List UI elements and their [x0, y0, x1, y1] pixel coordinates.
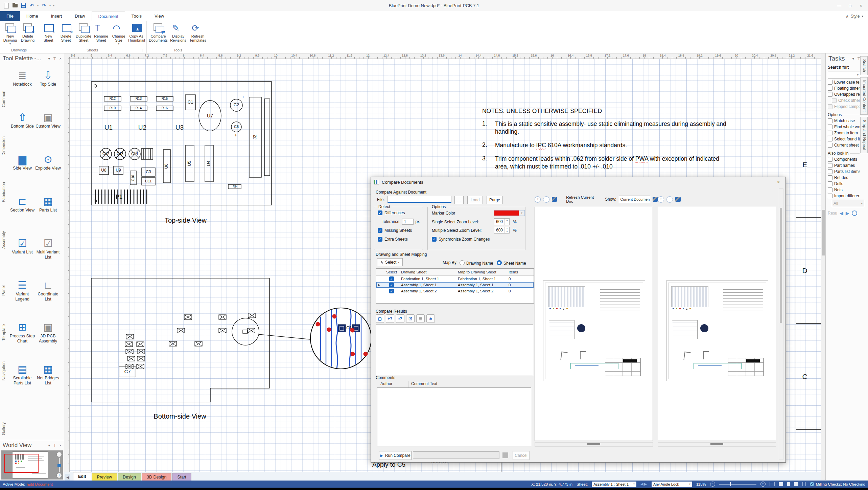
tool-coordinate-list[interactable]: ∟Coordinate List: [35, 276, 61, 318]
world-view-zoom-slider[interactable]: − +: [56, 452, 62, 478]
palette-tab-assembly[interactable]: Assembly: [1, 230, 9, 250]
palette-tab-common[interactable]: Common: [1, 90, 9, 108]
marker-color-dropdown-icon[interactable]: ▾: [519, 210, 525, 216]
results-next-difference-icon[interactable]: +?: [386, 314, 394, 323]
pin-icon[interactable]: ⊤: [53, 57, 56, 61]
tab-view[interactable]: View: [148, 11, 170, 21]
tool-3d-pcb-assembly[interactable]: ▣3D PCB Assembly: [35, 318, 61, 360]
save-icon[interactable]: [20, 3, 26, 8]
delete-sheet-button[interactable]: × Delete Sheet: [57, 22, 75, 47]
check-floating-dimensions[interactable]: Floating dimens: [828, 86, 860, 91]
grid-toggle-icon[interactable]: [779, 482, 783, 486]
show-select[interactable]: Current Documen▾: [619, 196, 650, 203]
results-prev-difference-icon[interactable]: ▪?: [396, 314, 404, 323]
device-icon[interactable]: [802, 482, 806, 486]
customize-qat-icon[interactable]: ▾: [53, 4, 54, 7]
panel-menu-icon[interactable]: ▾: [48, 443, 50, 448]
check-part-names[interactable]: Part names: [828, 163, 860, 168]
tool-side-view[interactable]: ▆Side View: [9, 150, 35, 192]
tool-parts-list[interactable]: ▦Parts List: [35, 192, 61, 234]
check-components[interactable]: Components: [828, 157, 860, 162]
checkbox[interactable]: [828, 131, 832, 135]
tolerance-input[interactable]: 1: [402, 219, 414, 225]
zoom-out-icon[interactable]: −: [543, 196, 549, 203]
results-select-all-icon[interactable]: ▢: [376, 314, 384, 323]
checkbox[interactable]: [828, 80, 832, 85]
palette-tab-navigation[interactable]: Navigation: [1, 360, 9, 382]
multiple-zoom-spinner[interactable]: 600▴▾: [494, 227, 510, 233]
previous-sheet-icon[interactable]: ◀: [640, 482, 644, 486]
zoom-out-icon[interactable]: −: [666, 196, 673, 203]
check-ref-des[interactable]: Ref des: [828, 175, 860, 180]
checked-checkbox-icon[interactable]: ✓: [389, 276, 394, 281]
comments-list[interactable]: [377, 387, 531, 446]
panel-menu-icon[interactable]: ▾: [48, 57, 50, 61]
selection-filter-icon[interactable]: [770, 482, 775, 486]
purge-button[interactable]: Purge: [487, 196, 503, 204]
refresh-current-doc-button[interactable]: Refresh Current Doc: [564, 196, 603, 203]
browse-button[interactable]: ...: [454, 196, 464, 204]
checkbox[interactable]: [828, 181, 832, 186]
delete-drawing-button[interactable]: × Delete Drawing: [19, 22, 37, 47]
open-folder-icon[interactable]: [12, 3, 18, 8]
checked-checkbox-icon[interactable]: ✓: [389, 283, 394, 287]
palette-tab-fabrication[interactable]: Fabrication: [1, 181, 9, 203]
zoom-in-icon[interactable]: +: [535, 196, 541, 203]
check-current-sheet-only[interactable]: Current sheet o: [828, 143, 860, 148]
results-accept-icon[interactable]: ☑: [406, 314, 415, 323]
world-view-thumbnail[interactable]: − +: [1, 450, 63, 480]
check-parts-list-items[interactable]: Parts list items: [828, 169, 860, 174]
tool-noteblock[interactable]: ≣Noteblock: [9, 66, 35, 108]
zoom-out-icon[interactable]: −: [56, 452, 62, 457]
checked-checkbox-icon[interactable]: ✓: [389, 289, 394, 293]
run-compare-button[interactable]: ▶ Run Compare: [379, 451, 412, 460]
results-markers-icon[interactable]: ∗: [426, 314, 435, 323]
checkbox[interactable]: [828, 125, 832, 129]
extra-sheets-checkbox[interactable]: ✓Extra Sheets: [378, 237, 408, 242]
search-input[interactable]: ▾: [828, 71, 860, 79]
sheet-select[interactable]: Assembly 1 : Sheet 1▾: [592, 482, 636, 487]
tool-variant-legend[interactable]: ☰Variant Legend: [9, 276, 35, 318]
mapping-row-assembly1-sheet1[interactable]: ▶ ✓ Assembly 1, Sheet 1 Assembly 1, Shee…: [376, 282, 534, 288]
redo-dropdown-icon[interactable]: ▾: [49, 4, 51, 7]
refresh-templates-button[interactable]: ⟳ Refresh Templates: [188, 22, 208, 47]
style-dropdown-icon[interactable]: ▾: [862, 15, 863, 18]
zoom-in-icon[interactable]: +: [760, 482, 766, 487]
tool-variant-list[interactable]: ☑Variant List: [9, 234, 35, 276]
map-by-drawing-name-radio[interactable]: Drawing Name: [460, 260, 493, 266]
zoom-in-icon[interactable]: +: [56, 473, 62, 478]
search-icon[interactable]: [852, 210, 857, 216]
dialog-close-button[interactable]: ×: [774, 179, 783, 185]
check-drills[interactable]: Drills: [828, 181, 860, 186]
checkbox[interactable]: [828, 92, 832, 97]
compare-results-list[interactable]: [376, 325, 533, 376]
checkbox[interactable]: [828, 86, 832, 91]
sheet-tab-start[interactable]: Start: [172, 473, 191, 481]
pin-icon[interactable]: ⊤: [53, 443, 56, 448]
checkbox[interactable]: [828, 175, 832, 180]
new-document-icon[interactable]: [3, 3, 9, 8]
author-column-header[interactable]: Author: [377, 381, 408, 387]
checkbox[interactable]: [828, 143, 832, 148]
sheet-thumbnail[interactable]: [666, 281, 768, 381]
pane2-horizontal-scrollbar[interactable]: [658, 442, 776, 447]
map-by-sheet-name-radio[interactable]: Sheet Name: [497, 260, 526, 266]
check-nets[interactable]: Nets: [828, 187, 860, 192]
check-import-differences[interactable]: Import differenc: [828, 194, 860, 198]
tasks-tab-search[interactable]: Search: [860, 56, 868, 75]
layout-icon[interactable]: [653, 197, 658, 202]
marker-color-swatch[interactable]: [494, 210, 519, 216]
dialog-title-bar[interactable]: Compare Documents: [371, 177, 785, 187]
checkbox[interactable]: [828, 194, 832, 198]
close-button[interactable]: ×: [856, 2, 866, 10]
compare-documents-button[interactable]: ⇄ Compare Documents: [148, 22, 168, 47]
tool-multi-variant-list[interactable]: ☑Multi Variant List: [35, 234, 61, 276]
tab-home[interactable]: Home: [20, 11, 45, 21]
missing-sheets-checkbox[interactable]: ✓Missing Sheets: [378, 228, 412, 233]
pane1-horizontal-scrollbar[interactable]: [535, 442, 653, 447]
sync-zoom-checkbox[interactable]: ✓Synchronize Zoom Changes: [432, 237, 490, 242]
checkbox[interactable]: [828, 118, 832, 123]
close-icon[interactable]: ×: [60, 443, 62, 447]
minimize-button[interactable]: —: [834, 2, 844, 10]
palette-tab-template[interactable]: Template: [1, 323, 9, 342]
